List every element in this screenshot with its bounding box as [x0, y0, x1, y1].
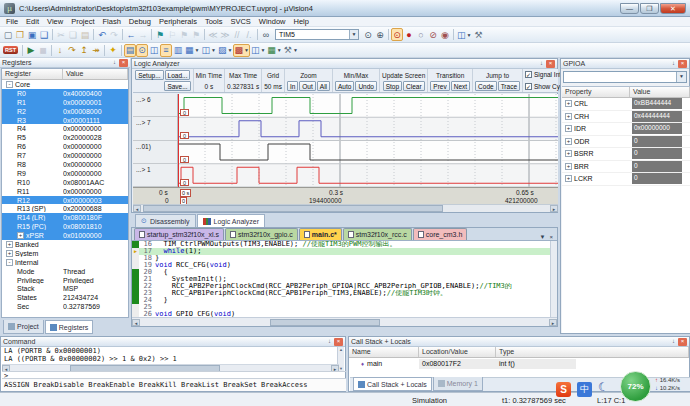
register-row[interactable]: R15 (PC)0x08001810 [2, 222, 128, 231]
auto-button[interactable]: Auto [335, 81, 354, 91]
editor-tab-stm32f10x-gpio-c[interactable]: stm32f10x_gpio.c [225, 228, 298, 240]
channel-label[interactable]: ...> 6 [133, 94, 177, 117]
register-row[interactable]: R13 (SP)0x20000688 [2, 204, 128, 213]
collapse-icon[interactable]: - [6, 81, 13, 88]
register-row[interactable]: R70x00000000 [2, 151, 128, 160]
pin-icon[interactable]: ↓ [537, 60, 546, 68]
register-row[interactable]: R120x00000003 [2, 196, 128, 205]
restore-button[interactable]: ❐ [640, 3, 659, 14]
disable-breakpoints-icon[interactable]: ○ [415, 28, 427, 41]
time-ruler[interactable]: 0 s0 s0.3 s0.65 s00194400000421200000 [133, 187, 558, 204]
gpio-row[interactable]: +CRL0xBB444444 [562, 98, 690, 111]
chevron-down-icon[interactable]: ▼ [211, 47, 216, 53]
waveform-canvas[interactable] [178, 94, 558, 187]
editor-hscrollbar[interactable]: ◂ ▸ [132, 317, 557, 326]
menu-debug[interactable]: Debug [125, 17, 155, 26]
registers-window-icon[interactable]: ≡ [160, 44, 172, 57]
watch-window-icon[interactable]: ▦▼ [184, 44, 200, 57]
sogou-ime-icon[interactable]: S [556, 382, 571, 397]
stop-icon[interactable]: ◼ [37, 44, 49, 57]
start-debug-session-icon[interactable]: ⊙ [391, 28, 403, 41]
step-into-icon[interactable]: ↓ [54, 44, 66, 57]
register-row[interactable]: StackMSP [2, 284, 128, 293]
indent-icon[interactable]: ≫ [219, 28, 231, 41]
scroll-left-icon[interactable]: ◂ [132, 319, 140, 326]
waveform-area[interactable]: ...> 6...> 7...01)...> 1 0000 [133, 94, 558, 187]
menu-help[interactable]: Help [290, 17, 313, 26]
pin-icon[interactable]: ▼ [540, 234, 546, 240]
analysis-window-icon[interactable]: ▩▼ [233, 44, 249, 57]
save-icon[interactable]: ▣ [26, 28, 38, 41]
menu-view[interactable]: View [43, 17, 67, 26]
editor-tab-core-cm3-h[interactable]: core_cm3.h [413, 228, 468, 240]
scroll-right-icon[interactable]: ▸ [550, 205, 558, 212]
chevron-down-icon[interactable]: ▼ [244, 47, 249, 53]
chevron-down-icon[interactable]: ▼ [195, 47, 200, 53]
register-row[interactable]: +xPSR0x01000000 [2, 231, 128, 240]
register-row[interactable]: States212434724 [2, 293, 128, 302]
symbol-window-icon[interactable]: ◫ [148, 44, 160, 57]
battery-percent-badge[interactable]: 72% [620, 371, 651, 402]
register-row[interactable]: -Internal [2, 258, 128, 267]
step-out-icon[interactable]: ↥ [78, 44, 90, 57]
enable-breakpoints-icon[interactable]: ◉ [439, 28, 451, 41]
code-line[interactable]: ▶17 while(1); [132, 248, 551, 255]
register-row[interactable]: -Core [2, 80, 128, 89]
chevron-down-icon[interactable]: ▼ [467, 32, 472, 38]
tab-memory-1[interactable]: Memory 1 [433, 377, 483, 391]
outdent-icon[interactable]: ≪ [207, 28, 219, 41]
pin-icon[interactable]: ↓ [325, 338, 334, 346]
code-line[interactable]: 23 RCC_APB1PeriphClockCmd(RCC_APB1Periph… [132, 290, 551, 297]
menu-file[interactable]: File [2, 17, 22, 26]
close-button[interactable]: ✕ [660, 3, 686, 14]
gpio-row[interactable]: +BRR0 [562, 161, 690, 174]
gpio-row[interactable]: +ODR0 [562, 136, 690, 149]
code-line[interactable]: 20 { [132, 269, 551, 276]
code-line[interactable]: 18} [132, 255, 551, 262]
gpio-row[interactable]: +BSRR0 [562, 148, 690, 161]
run-icon[interactable]: ▶ [25, 44, 37, 57]
register-row[interactable]: +System [2, 249, 128, 258]
code-line[interactable]: 24 } [132, 297, 551, 304]
command-window-icon[interactable]: ▤ [124, 44, 136, 57]
pin-icon[interactable]: ↓ [669, 60, 678, 68]
incremental-find-icon[interactable]: ⊕ [374, 28, 386, 41]
la-hscrollbar[interactable]: ◂ ▸ [133, 204, 558, 212]
register-row[interactable]: R60x00000000 [2, 142, 128, 151]
tab-disassembly[interactable]: ⊙Disassembly [135, 214, 196, 227]
register-row[interactable]: +Banked [2, 240, 128, 249]
save-button[interactable]: Save... [164, 81, 190, 91]
menu-flash[interactable]: Flash [99, 17, 125, 26]
paste-icon[interactable]: ▤ [79, 28, 91, 41]
expand-icon[interactable]: + [17, 232, 24, 239]
menu-edit[interactable]: Edit [22, 17, 43, 26]
gpio-row[interactable]: +CRH0x44444444 [562, 111, 690, 124]
kill-breakpoints-icon[interactable]: ⊘ [427, 28, 439, 41]
reset-cpu-icon[interactable]: RST [2, 44, 20, 57]
menu-tools[interactable]: Tools [201, 17, 227, 26]
back-icon[interactable]: ← [125, 28, 137, 41]
editor-vscrollbar[interactable] [550, 241, 557, 318]
expand-icon[interactable]: + [565, 150, 572, 157]
forward-icon[interactable]: → [137, 28, 149, 41]
save-all-icon[interactable]: ❑ [38, 28, 50, 41]
chinese-ime-icon[interactable]: 中 [577, 382, 592, 397]
gpioa-combobox[interactable]: ▼ [563, 71, 687, 83]
tab-project[interactable]: Project [3, 320, 44, 334]
code-line[interactable]: 19void RCC_CFG(void) [132, 262, 551, 269]
code-line[interactable]: 16 TIM_CtrlPWMOutputs(TIM3,ENABLE); //使能… [132, 241, 551, 248]
editor-tab-main-c-[interactable]: main.c* [299, 228, 342, 240]
in-button[interactable]: In [287, 81, 298, 91]
register-row[interactable]: Sec0.32787569 [2, 302, 128, 311]
checkbox-icon[interactable]: ✓ [525, 71, 532, 78]
chevron-down-icon[interactable]: ▼ [676, 72, 686, 82]
close-icon[interactable]: × [119, 59, 128, 67]
tab-logic-analyzer[interactable]: Logic Analyzer [197, 214, 266, 227]
menu-svcs[interactable]: SVCS [226, 17, 254, 26]
serial-window-icon[interactable]: ▨▼ [217, 44, 233, 57]
register-row[interactable]: R20x00008000 [2, 107, 128, 116]
code-area[interactable]: 16 TIM_CtrlPWMOutputs(TIM3,ENABLE); //使能… [132, 241, 551, 318]
editor-tab-stm32f10x-rcc-c[interactable]: stm32f10x_rcc.c [343, 228, 412, 240]
close-icon[interactable]: × [678, 338, 687, 346]
redo-icon[interactable]: ↷ [108, 28, 120, 41]
